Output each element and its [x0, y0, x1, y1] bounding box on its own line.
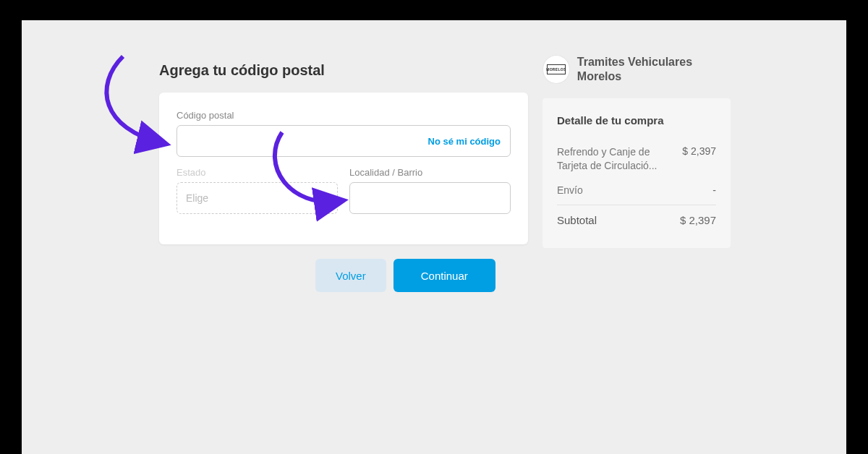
merchant-logo-text: MORELOS — [547, 64, 566, 74]
merchant-logo: MORELOS — [542, 55, 570, 84]
dont-know-code-link[interactable]: No sé mi código — [428, 136, 501, 147]
shipping-row: Envío - — [557, 179, 716, 202]
divider — [557, 205, 716, 205]
subtotal-label: Subtotal — [557, 214, 597, 226]
page-title: Agrega tu código postal — [159, 62, 325, 79]
order-summary-sidebar: MORELOS Tramites Vehiculares Morelos Det… — [542, 55, 731, 248]
state-label: Estado — [176, 167, 338, 178]
shipping-label: Envío — [557, 184, 583, 196]
shipping-value: - — [712, 184, 716, 196]
back-button[interactable]: Volver — [315, 259, 386, 292]
page-background: Agrega tu código postal Código postal No… — [22, 20, 846, 454]
subtotal-value: $ 2,397 — [680, 214, 716, 226]
line-item: Refrendo y Canje de Tarjeta de Circulaci… — [557, 140, 716, 179]
item-price: $ 2,397 — [682, 145, 716, 173]
state-placeholder: Elige — [186, 192, 208, 204]
item-name: Refrendo y Canje de Tarjeta de Circulaci… — [557, 145, 665, 173]
state-select[interactable]: Elige ⌄ — [176, 182, 338, 214]
merchant-name: Tramites Vehiculares Morelos — [577, 55, 731, 84]
window-top-bar — [0, 0, 868, 20]
purchase-detail-card: Detalle de tu compra Refrendo y Canje de… — [542, 98, 731, 248]
locality-label: Localidad / Barrio — [349, 167, 511, 178]
subtotal-row: Subtotal $ 2,397 — [557, 208, 716, 232]
postal-code-label: Código postal — [176, 110, 511, 121]
locality-input[interactable] — [349, 182, 511, 214]
chevron-down-icon: ⌄ — [321, 193, 328, 203]
detail-title: Detalle de tu compra — [557, 114, 716, 127]
postal-form-card: Código postal No sé mi código Estado Eli… — [159, 93, 528, 244]
button-row: Volver Continuar — [315, 259, 495, 292]
merchant-header: MORELOS Tramites Vehiculares Morelos — [542, 55, 731, 84]
continue-button[interactable]: Continuar — [393, 259, 495, 292]
